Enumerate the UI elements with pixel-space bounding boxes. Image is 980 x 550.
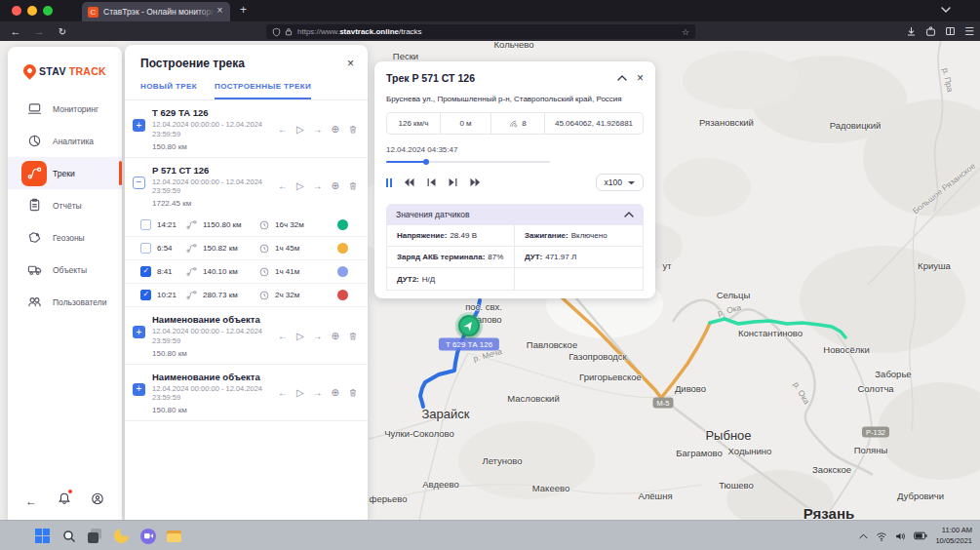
timeline-thumb[interactable] [423,159,429,165]
volume-icon[interactable] [895,531,906,541]
pin-plus-icon[interactable]: ⊕ [332,180,339,191]
next-arrow-icon[interactable]: → [313,124,323,135]
segment-checkbox[interactable] [140,290,151,300]
track-row[interactable]: + Наименование объекта 12.04.2024 00:00:… [125,307,368,365]
browser-tab[interactable]: С СтавТрэк - Онлайн мониторин × [82,2,230,21]
tab-new-track[interactable]: НОВЫЙ ТРЕК [140,82,197,99]
tab-close-icon[interactable]: × [214,5,226,16]
segment-checkbox[interactable] [140,243,151,254]
window-minimize-button[interactable] [27,6,37,16]
trash-icon[interactable] [348,387,358,398]
timeline-slider[interactable] [386,161,550,163]
menu-icon[interactable]: ☰ [964,25,974,38]
new-tab-button[interactable]: + [240,3,247,17]
pin-plus-icon[interactable]: ⊕ [332,387,339,398]
sensors-header[interactable]: Значения датчиков [386,204,644,225]
expand-icon[interactable]: + [133,119,145,132]
url-bar[interactable]: https://www.stavtrack.online/tracks ☆ [266,24,695,39]
notifications-bell-icon[interactable] [58,491,71,510]
next-arrow-icon[interactable]: → [313,180,323,191]
play-icon[interactable]: ▷ [296,180,304,191]
back-button[interactable]: ← [8,25,23,37]
play-icon[interactable]: ▷ [296,331,304,341]
rewind-icon[interactable] [403,177,415,187]
prev-arrow-icon[interactable]: ← [278,387,288,398]
collapse-chevron-icon[interactable] [624,212,634,217]
chevron-down-icon[interactable] [941,7,951,14]
speed-select[interactable]: x100 [596,174,644,191]
tab-title-fade [197,2,215,21]
play-icon[interactable]: ▷ [296,124,304,135]
task-view-icon[interactable] [88,529,103,544]
window-zoom-button[interactable] [43,6,53,16]
expand-icon[interactable]: + [133,383,145,396]
download-icon[interactable] [906,25,917,37]
segment-row[interactable]: 8:41 140.10 км 1ч 41м [125,260,368,284]
windows-start-icon[interactable] [35,529,51,544]
sidebar-item-geozones[interactable]: Геозоны [8,221,122,254]
bookmark-star-icon[interactable]: ☆ [682,27,689,37]
track-row[interactable]: + Т 629 ТА 126 12.04.2024 00:00:00 - 12.… [125,100,368,158]
expand-icon[interactable]: + [133,326,145,338]
reload-button[interactable]: ↻ [55,26,70,37]
file-explorer-icon[interactable] [167,529,182,544]
prev-arrow-icon[interactable]: ← [278,331,288,341]
fast-forward-icon[interactable] [469,177,482,187]
search-icon[interactable] [61,529,77,544]
tab-built-tracks[interactable]: ПОСТРОЕННЫЕ ТРЕКИ [215,82,311,99]
sidebar-item-reports[interactable]: Отчёты [8,189,122,221]
vehicle-marker-label[interactable]: Т 629 ТА 126 [439,338,499,351]
segment-row[interactable]: 6:54 150.82 км 1ч 45м [125,237,368,260]
segment-row[interactable]: 10:21 280.73 км 2ч 32м [125,284,368,307]
segment-row[interactable]: 14:21 1150.80 км 16ч 32м [125,214,368,237]
segment-color-dot [337,219,348,230]
forward-button[interactable]: → [31,25,47,37]
collapse-chevron-icon[interactable] [617,75,627,81]
sidebar-item-objects[interactable]: Объекты [8,254,122,286]
track-row[interactable]: − Р 571 СТ 126 12.04.2024 00:00:00 - 12.… [125,158,368,215]
battery-icon[interactable] [914,531,927,540]
segment-checkbox[interactable] [140,266,151,277]
close-icon[interactable]: × [637,71,644,85]
track-row[interactable]: + Наименование объекта 12.04.2024 00:00:… [125,365,368,422]
moon-app-icon[interactable] [114,529,130,544]
trash-icon[interactable] [348,331,358,341]
video-app-icon[interactable] [140,529,156,544]
next-arrow-icon[interactable]: → [313,387,323,398]
tray-chevron-icon[interactable] [859,533,868,539]
sidebar-item-users[interactable]: Пользователи [8,286,122,318]
extensions-icon[interactable] [925,25,936,37]
pin-plus-icon[interactable]: ⊕ [332,331,339,341]
close-icon[interactable]: × [347,57,354,70]
toolbar-right-icons: ☰ [906,21,974,41]
shield-icon[interactable] [272,27,281,37]
sidebar-item-monitoring[interactable]: Мониторинг [8,93,122,125]
url-text[interactable]: https://www.stavtrack.online/tracks [297,27,422,36]
sidebar-book-icon[interactable] [945,25,956,37]
truck-icon [21,257,47,283]
profile-icon[interactable] [91,491,104,510]
sidebar-item-analytics[interactable]: Аналитика [8,125,122,157]
collapse-sidebar-icon[interactable]: ← [25,494,37,508]
pin-plus-icon[interactable]: ⊕ [332,124,339,135]
next-arrow-icon[interactable]: → [313,331,323,341]
segment-time: 14:21 [157,220,180,229]
step-back-icon[interactable] [426,177,437,187]
windows-taskbar: 11:00 AM 10/05/2021 [0,520,980,550]
collapse-icon[interactable]: − [133,177,145,189]
vehicle-marker[interactable] [458,315,480,336]
play-icon[interactable]: ▷ [296,387,304,398]
prev-arrow-icon[interactable]: ← [278,180,288,191]
prev-arrow-icon[interactable]: ← [278,124,288,135]
lock-icon[interactable] [285,27,293,36]
wifi-icon[interactable] [876,531,887,541]
trash-icon[interactable] [348,124,358,135]
segment-checkbox[interactable] [140,219,151,230]
trash-icon[interactable] [348,180,358,191]
window-close-button[interactable] [12,6,21,16]
pause-icon[interactable] [386,178,392,187]
step-forward-icon[interactable] [448,177,458,187]
edge-browser-icon[interactable] [193,529,209,544]
sidebar-item-tracks[interactable]: Треки [8,157,122,189]
clock-widget[interactable]: 11:00 AM 10/05/2021 [935,526,972,545]
